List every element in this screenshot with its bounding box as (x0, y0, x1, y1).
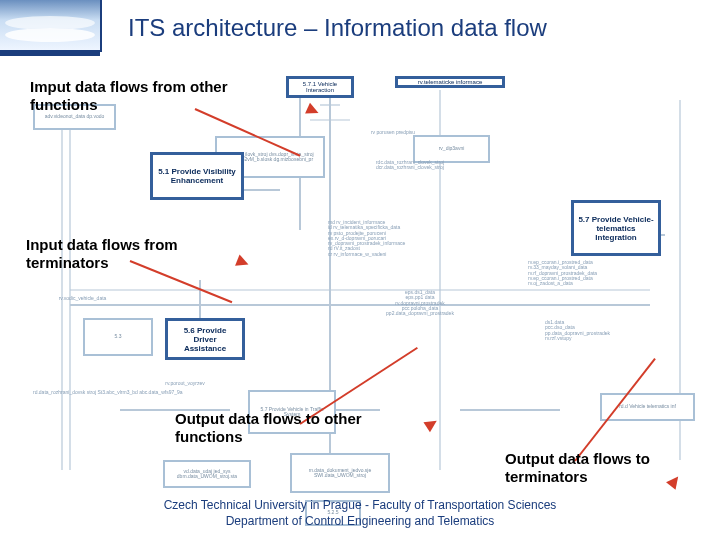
bglbl-gp3: rv.ep_ccoran.i_prostred_data rv.33_mayda… (528, 260, 688, 286)
bg-box-53: 5.3 (83, 318, 153, 356)
bg-box-tbox2: m.data_dokument_jedvo.sje SWI.data_UWOM_… (290, 453, 390, 493)
bglbl-gp1: md rv_incident_informace id rv_telematik… (328, 220, 496, 257)
arrow-1-head (305, 103, 326, 121)
annot-output-other: Output data flows to other functions (175, 410, 385, 446)
box-57-vehicle-telematics: 5.7 Provide Vehicle-telematics Integrati… (571, 200, 661, 256)
bglbl-rv1: rv porusen predpisu (333, 130, 453, 135)
bglbl-rv2: rdc.data_rozhrani_clovek_stroj dcr.data_… (325, 160, 495, 171)
footer-line-2: Department of Control Engineering and Te… (0, 514, 720, 528)
logo-clouds (0, 0, 102, 52)
box-56-driver-assist: 5.6 Provide Driver Assistance (165, 318, 245, 360)
bglbl-gp2: eps.ds1_data eps.pp1 data rv.dopravni.pr… (345, 290, 495, 316)
box-571-interaction: 5.7.1 Vehicle Interaction (286, 76, 354, 98)
slide-root: ITS architecture – Information data flow… (0, 0, 720, 540)
bglbl-b33: rd.data_rozhrani_dovsk stroj St3.abc_vlr… (33, 390, 153, 395)
bglbl-gp4: ds1.data pcc.dso_data pp.data_dopravni_p… (545, 320, 685, 341)
bglbl-rv32: rv.vodic_vehicle_data (30, 296, 135, 301)
bglbl-smb2: rv.porout_voyrzev (135, 381, 235, 386)
annot-input-terminators: Input data flows from terminators (26, 236, 246, 272)
box-51-visibility: 5.1 Provide Visibility Enhancement (150, 152, 244, 200)
annot-input-other: Imput data flows from other functions (30, 78, 250, 114)
footer-line-1: Czech Technical University in Prague - F… (0, 498, 720, 512)
slide-title: ITS architecture – Information data flow (128, 14, 547, 42)
bg-box-tbox1: vd.data_udaj jed_sys dbm.data_UWOM_stroj… (163, 460, 251, 488)
annot-output-terminators: Output data flows to terminators (505, 450, 715, 486)
diagram-canvas: adv.videonot_data dp.vodo rdo.vila_ilovk… (0, 60, 720, 515)
logo-underline (0, 50, 100, 56)
arrow-3-head (423, 412, 445, 432)
box-rv-telematicke: rv.telematicke informace (395, 76, 505, 88)
